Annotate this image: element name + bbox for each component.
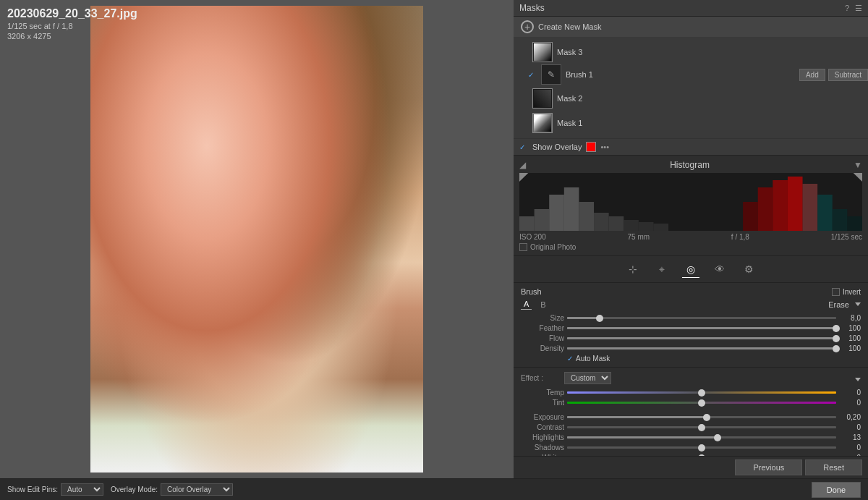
invert-checkbox[interactable] xyxy=(832,288,840,296)
brush-tabs: A B Erase xyxy=(521,299,861,310)
previous-button[interactable]: Previous xyxy=(735,459,802,475)
overlay-color-swatch[interactable] xyxy=(586,142,596,152)
photo-shutter: 1/125 sec at f / 1,8 xyxy=(7,22,137,30)
app-container: 20230629_20_33_27.jpg 1/125 sec at f / 1… xyxy=(0,0,868,500)
feather-fill xyxy=(567,327,836,329)
bottom-bar: Show Edit Pins: Auto Overlay Mode: Color… xyxy=(0,478,868,500)
overlay-more-icon[interactable]: ••• xyxy=(600,143,609,151)
brush1-label: Brush 1 xyxy=(566,70,795,79)
tint-thumb[interactable] xyxy=(698,399,705,407)
svg-rect-2 xyxy=(549,195,564,231)
exposure-thumb[interactable] xyxy=(703,414,710,421)
masks-info-icon[interactable]: ? xyxy=(845,4,849,12)
mask-tool-icon[interactable]: ◎ xyxy=(682,260,699,278)
shadows-thumb[interactable] xyxy=(698,444,705,452)
highlights-fill xyxy=(567,436,718,438)
mask1-thumb xyxy=(532,113,553,133)
density-thumb[interactable] xyxy=(833,345,840,352)
histogram-title: Histogram xyxy=(670,160,710,170)
histogram-header: ◢ Histogram ▼ xyxy=(519,160,862,170)
tint-slider[interactable] xyxy=(567,402,836,404)
highlights-thumb[interactable] xyxy=(714,434,721,441)
shadows-row: Shadows 0 xyxy=(521,444,861,452)
histogram-canvas xyxy=(519,173,862,231)
brush-controls: Brush Invert A B Erase Size xyxy=(514,283,868,368)
main-content: 20230629_20_33_27.jpg 1/125 sec at f / 1… xyxy=(0,0,868,478)
feather-value: 100 xyxy=(839,324,861,332)
auto-mask-label: Auto Mask xyxy=(576,355,610,363)
shadows-value: 0 xyxy=(839,444,861,452)
reset-button[interactable]: Reset xyxy=(805,459,862,475)
contrast-thumb[interactable] xyxy=(698,424,705,431)
create-mask-button[interactable]: + Create New Mask xyxy=(514,17,868,37)
mask-item-mask3[interactable]: Mask 3 xyxy=(514,40,868,64)
overlay-mode-select[interactable]: Color Overlay xyxy=(161,483,233,496)
svg-rect-9 xyxy=(653,224,668,231)
mask-item-mask1[interactable]: Mask 1 xyxy=(514,111,868,135)
add-button[interactable]: Add xyxy=(799,69,825,81)
effects-panel: Effect : Custom Temp 0 Tint xyxy=(514,368,868,456)
photo-image-inner xyxy=(90,6,423,473)
edit-tools: ⊹ ⌖ ◎ 👁 ⚙ xyxy=(514,256,868,283)
invert-label: Invert xyxy=(843,288,861,296)
effect-select[interactable]: Custom xyxy=(564,372,611,384)
mask-item-mask2[interactable]: Mask 2 xyxy=(514,86,868,111)
done-spacer: Done xyxy=(812,482,861,498)
eye-tool-icon[interactable]: 👁 xyxy=(711,260,728,278)
svg-rect-10 xyxy=(743,202,758,231)
mask2-thumb-inner xyxy=(534,90,551,107)
crop-tool-icon[interactable]: ⊹ xyxy=(624,260,642,278)
size-value: 8,0 xyxy=(839,314,861,322)
healing-tool-icon[interactable]: ⌖ xyxy=(653,260,671,278)
contrast-slider[interactable] xyxy=(567,426,836,428)
create-mask-label: Create New Mask xyxy=(538,22,601,31)
highlights-row: Highlights 13 xyxy=(521,433,861,441)
svg-rect-8 xyxy=(639,222,654,231)
histogram-collapse-icon[interactable]: ▼ xyxy=(854,160,862,170)
flow-thumb[interactable] xyxy=(833,335,840,342)
hist-aperture: f / 1,8 xyxy=(731,233,749,241)
svg-rect-13 xyxy=(788,177,803,231)
svg-rect-12 xyxy=(773,180,788,231)
density-row: Density 100 xyxy=(521,344,861,352)
brush-tab-a[interactable]: A xyxy=(521,299,532,310)
right-panel-bottom: Previous Reset xyxy=(514,456,868,478)
exposure-slider[interactable] xyxy=(567,416,836,418)
shadows-slider[interactable] xyxy=(567,446,836,449)
effect-collapse-icon[interactable] xyxy=(855,374,861,383)
brush-erase-label[interactable]: Erase xyxy=(828,300,849,309)
masks-menu-icon[interactable]: ☰ xyxy=(855,4,862,13)
size-fill xyxy=(567,317,600,319)
auto-mask-row: ✓ Auto Mask xyxy=(521,355,861,363)
mask3-label: Mask 3 xyxy=(557,48,862,56)
density-slider[interactable] xyxy=(567,347,836,349)
flow-slider[interactable] xyxy=(567,337,836,339)
effect-dropdown-icon xyxy=(855,378,861,381)
svg-rect-6 xyxy=(609,216,624,231)
temp-thumb[interactable] xyxy=(698,389,705,397)
brush-tab-b[interactable]: B xyxy=(537,300,548,310)
done-button[interactable]: Done xyxy=(812,482,861,498)
erase-dropdown-icon[interactable] xyxy=(855,302,861,306)
size-thumb[interactable] xyxy=(596,315,603,322)
tint-row: Tint 0 xyxy=(521,399,861,407)
temp-slider[interactable] xyxy=(567,391,836,394)
settings-tool-icon[interactable]: ⚙ xyxy=(740,260,757,278)
feather-thumb[interactable] xyxy=(833,325,840,332)
whites-thumb[interactable] xyxy=(698,454,705,457)
feather-slider[interactable] xyxy=(567,327,836,329)
size-slider[interactable] xyxy=(567,317,836,319)
histogram-svg xyxy=(519,173,862,231)
photo-dimensions: 3206 x 4275 xyxy=(7,32,137,41)
brush-header: Brush Invert xyxy=(521,287,861,296)
show-edit-pins-select[interactable]: Auto xyxy=(61,483,103,496)
histogram-panel: ◢ Histogram ▼ xyxy=(514,156,868,256)
size-label: Size xyxy=(521,314,564,322)
original-photo-row: Original Photo xyxy=(519,243,862,251)
svg-rect-15 xyxy=(817,195,833,231)
highlights-slider[interactable] xyxy=(567,436,836,438)
original-photo-checkbox[interactable] xyxy=(519,243,527,251)
histogram-meta: ISO 200 75 mm f / 1,8 1/125 sec xyxy=(519,233,862,241)
svg-rect-3 xyxy=(564,187,579,231)
subtract-button[interactable]: Subtract xyxy=(828,69,868,81)
